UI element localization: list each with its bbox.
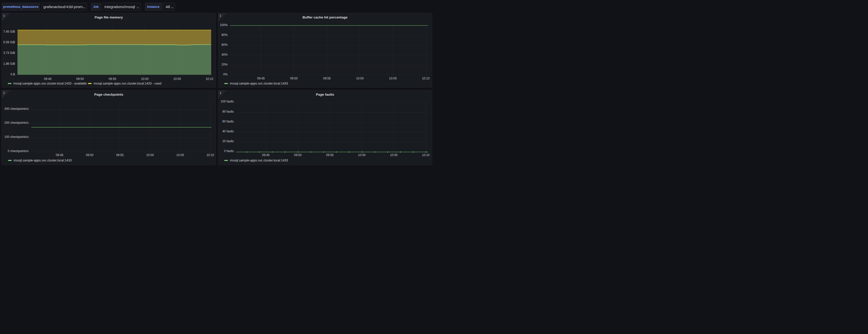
svg-text:80 faults: 80 faults xyxy=(222,110,234,113)
svg-text:10:10: 10:10 xyxy=(422,153,429,157)
svg-text:10:10: 10:10 xyxy=(206,153,214,157)
svg-text:09:50: 09:50 xyxy=(294,153,302,157)
svg-text:10:00: 10:00 xyxy=(356,77,364,80)
svg-text:40%: 40% xyxy=(221,53,227,56)
svg-text:09:55: 09:55 xyxy=(323,77,331,80)
svg-text:80%: 80% xyxy=(221,33,227,37)
svg-text:09:50: 09:50 xyxy=(76,77,84,81)
svg-text:09:45: 09:45 xyxy=(56,153,63,157)
svg-text:09:45: 09:45 xyxy=(262,153,269,157)
svg-text:0 B: 0 B xyxy=(11,72,15,76)
svg-text:40 faults: 40 faults xyxy=(222,129,234,133)
svg-text:10:05: 10:05 xyxy=(389,77,397,80)
svg-text:0%: 0% xyxy=(223,72,228,76)
svg-text:10:05: 10:05 xyxy=(390,153,397,157)
svg-text:20 faults: 20 faults xyxy=(222,139,234,143)
svg-text:200 checkpoints/s: 200 checkpoints/s xyxy=(4,121,29,124)
svg-text:7.45 GiB: 7.45 GiB xyxy=(3,30,15,33)
svg-text:100%: 100% xyxy=(220,23,228,27)
svg-text:5.59 GiB: 5.59 GiB xyxy=(3,40,15,44)
svg-text:09:45: 09:45 xyxy=(257,77,265,80)
svg-text:3.73 GiB: 3.73 GiB xyxy=(3,51,15,55)
svg-text:10:00: 10:00 xyxy=(146,153,154,157)
svg-text:20%: 20% xyxy=(221,63,227,66)
svg-text:10:00: 10:00 xyxy=(141,77,149,81)
svg-text:09:50: 09:50 xyxy=(86,153,94,157)
svg-text:60 faults: 60 faults xyxy=(222,119,234,123)
svg-text:09:55: 09:55 xyxy=(108,77,116,81)
svg-text:10:05: 10:05 xyxy=(173,77,181,81)
svg-text:300 checkpoints/s: 300 checkpoints/s xyxy=(4,107,29,111)
svg-text:0 faults: 0 faults xyxy=(224,149,234,153)
svg-text:100 faults: 100 faults xyxy=(221,100,234,103)
svg-text:0 checkpoints/s: 0 checkpoints/s xyxy=(8,149,29,153)
svg-text:10:05: 10:05 xyxy=(176,153,184,157)
svg-text:09:55: 09:55 xyxy=(326,153,333,157)
svg-text:100 checkpoints/s: 100 checkpoints/s xyxy=(4,135,29,139)
svg-text:60%: 60% xyxy=(221,43,227,47)
svg-text:09:55: 09:55 xyxy=(116,153,124,157)
svg-text:1.86 GiB: 1.86 GiB xyxy=(3,62,15,65)
svg-text:10:10: 10:10 xyxy=(206,77,213,81)
svg-text:10:00: 10:00 xyxy=(358,153,366,157)
svg-text:09:50: 09:50 xyxy=(290,77,298,80)
svg-text:09:45: 09:45 xyxy=(44,77,52,81)
svg-text:10:10: 10:10 xyxy=(422,77,429,80)
